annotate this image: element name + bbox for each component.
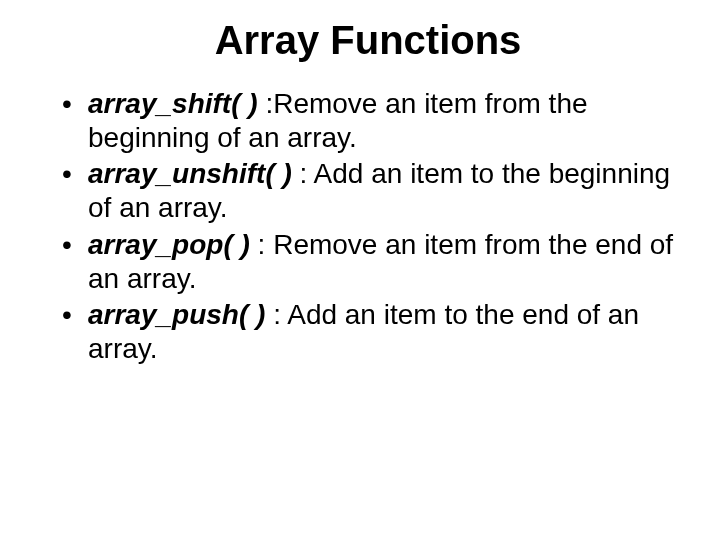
function-name: array_shift( ) xyxy=(88,88,258,119)
function-name: array_push( ) xyxy=(88,299,265,330)
function-name: array_pop( ) xyxy=(88,229,250,260)
slide: Array Functions array_shift( ) :Remove a… xyxy=(0,0,720,540)
list-item: array_pop( ) : Remove an item from the e… xyxy=(60,228,676,296)
list-item: array_push( ) : Add an item to the end o… xyxy=(60,298,676,366)
bullet-list: array_shift( ) :Remove an item from the … xyxy=(60,87,676,366)
list-item: array_shift( ) :Remove an item from the … xyxy=(60,87,676,155)
list-item: array_unshift( ) : Add an item to the be… xyxy=(60,157,676,225)
slide-title: Array Functions xyxy=(60,18,676,63)
function-name: array_unshift( ) xyxy=(88,158,292,189)
